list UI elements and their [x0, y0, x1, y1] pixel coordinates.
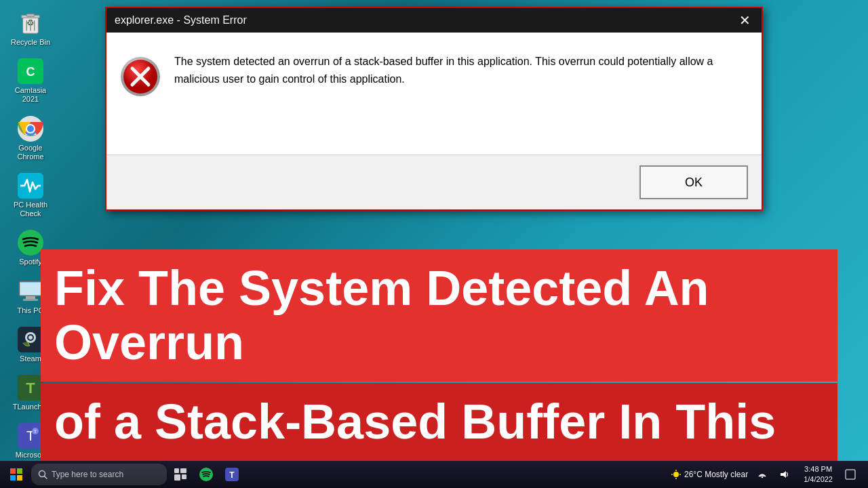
start-button[interactable]	[3, 461, 30, 488]
pc-health-icon	[17, 172, 44, 199]
svg-point-48	[673, 472, 679, 477]
search-input[interactable]	[52, 470, 153, 479]
weather-icon	[671, 469, 682, 480]
svg-text:C: C	[26, 65, 35, 79]
clock-area[interactable]: 3:48 PM 1/4/2022	[800, 464, 837, 485]
svg-rect-42	[180, 468, 186, 473]
dialog-footer: OK	[106, 155, 762, 209]
svg-rect-17	[20, 283, 41, 295]
steam-icon	[17, 326, 44, 353]
desktop-icon-pc-health[interactable]: PC Health Check	[7, 169, 54, 221]
svg-text:T: T	[34, 428, 37, 434]
steam-label: Steam	[20, 354, 41, 363]
svg-point-45	[199, 468, 213, 481]
chrome-icon	[17, 115, 44, 142]
tlauncher-icon: T	[17, 374, 44, 401]
search-icon	[38, 470, 47, 479]
banner-bottom: of a Stack-Based Buffer In This	[41, 383, 837, 461]
system-tray-area[interactable]	[755, 462, 770, 487]
desktop-icon-camtasia[interactable]: C Camtasia 2021	[7, 55, 54, 106]
spotify-label: Spotify	[19, 258, 42, 266]
task-view-icon	[174, 468, 186, 481]
teams-icon: T T	[17, 422, 44, 449]
pc-health-label: PC Health Check	[9, 201, 52, 218]
taskbar-spotify[interactable]	[194, 462, 218, 487]
dialog-titlebar: explorer.exe - System Error ✕	[106, 8, 762, 33]
clock-date: 1/4/2022	[804, 474, 833, 485]
dialog-title: explorer.exe - System Error	[115, 14, 247, 26]
weather-text: 26°C Mostly clear	[684, 470, 748, 479]
svg-rect-41	[174, 468, 179, 473]
svg-rect-55	[846, 470, 855, 479]
dialog-close-button[interactable]: ✕	[736, 14, 753, 27]
svg-rect-19	[23, 299, 38, 301]
volume-icon-button[interactable]	[772, 462, 797, 487]
windows-logo-icon	[10, 468, 22, 481]
error-message-text: The system detected an overrun of a stac…	[174, 53, 741, 87]
taskbar-spotify-icon	[199, 468, 213, 481]
svg-rect-36	[17, 468, 22, 474]
recycle-bin-label: Recycle Bin	[11, 38, 50, 47]
notification-icon	[845, 469, 856, 480]
ok-button[interactable]: OK	[639, 165, 748, 199]
camtasia-icon: C	[17, 58, 44, 85]
recycle-bin-icon: ♻	[17, 9, 44, 37]
weather-area[interactable]: 26°C Mostly clear	[667, 469, 752, 480]
svg-rect-37	[10, 475, 16, 481]
taskbar-teams[interactable]: T	[220, 462, 244, 487]
svg-rect-43	[174, 474, 180, 481]
this-pc-icon	[17, 278, 44, 305]
camtasia-label: Camtasia 2021	[9, 86, 52, 104]
network-icon	[757, 470, 767, 479]
banner-area: Fix The System Detected An Overrun of a …	[41, 249, 837, 461]
volume-icon	[780, 470, 789, 479]
svg-point-12	[27, 125, 34, 132]
svg-rect-2	[26, 14, 34, 17]
notification-button[interactable]	[840, 464, 861, 485]
svg-text:T: T	[26, 380, 35, 396]
taskbar-right: 26°C Mostly clear 3:48 PM	[667, 462, 865, 487]
svg-rect-18	[26, 296, 35, 299]
error-icon	[120, 56, 161, 97]
desktop-icon-recycle-bin[interactable]: ♻ Recycle Bin	[7, 7, 54, 49]
svg-point-14	[18, 230, 43, 256]
svg-line-40	[45, 476, 47, 479]
error-dialog: explorer.exe - System Error ✕	[105, 7, 763, 211]
taskbar: T 26°C Mostly clear	[0, 461, 868, 488]
dialog-body: The system detected an overrun of a stac…	[106, 33, 762, 155]
spotify-icon	[17, 229, 44, 256]
chrome-label: Google Chrome	[9, 144, 52, 161]
svg-rect-35	[10, 468, 16, 474]
svg-point-23	[28, 336, 33, 340]
taskbar-teams-icon: T	[225, 468, 239, 481]
this-pc-label: This PC	[17, 306, 43, 315]
search-box[interactable]	[31, 464, 167, 485]
task-view-button[interactable]	[168, 462, 193, 487]
svg-text:T: T	[229, 470, 235, 480]
banner-top: Fix The System Detected An Overrun	[41, 249, 837, 381]
svg-point-53	[762, 476, 763, 478]
desktop-icon-chrome[interactable]: Google Chrome	[7, 113, 54, 164]
clock-time: 3:48 PM	[804, 464, 832, 474]
banner-line2-text: of a Stack-Based Buffer In This	[54, 394, 776, 449]
svg-text:♻: ♻	[26, 18, 35, 28]
svg-rect-38	[17, 475, 22, 481]
svg-rect-54	[781, 473, 783, 476]
banner-line1-text: Fix The System Detected An Overrun	[54, 261, 709, 369]
desktop: ♻ Recycle Bin C Camtasia 2021	[0, 0, 868, 488]
svg-rect-44	[182, 474, 186, 479]
